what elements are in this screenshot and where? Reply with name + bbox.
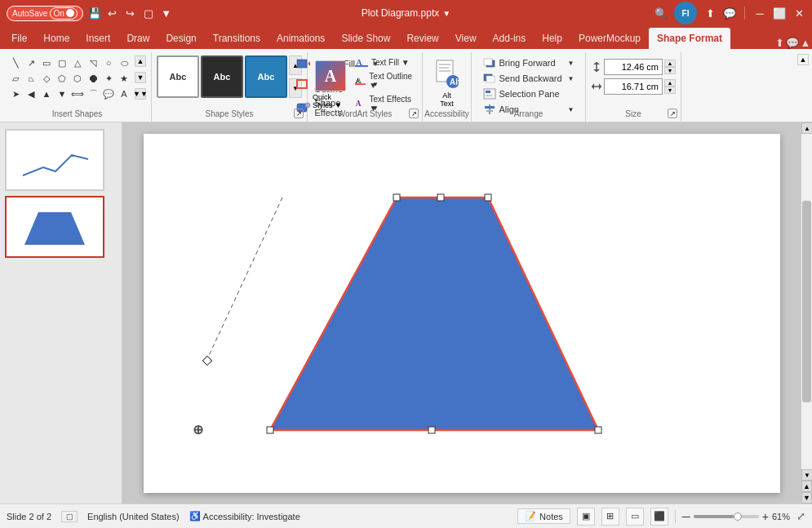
comments-icon[interactable]: 💬 [723,7,736,20]
text-fill-btn[interactable]: A Text Fill ▼ [352,55,417,69]
height-down[interactable]: ▼ [664,67,676,74]
scroll-nav-2[interactable]: ▼ [801,492,812,504]
style-swatch-3[interactable]: Abc [245,55,287,98]
shape-rtriangle[interactable]: ◹ [86,55,100,70]
shape-rect2[interactable]: ▢ [55,55,69,70]
tab-insert[interactable]: Insert [78,28,118,49]
autosave-toggle[interactable]: AutoSave On [7,6,83,21]
handle-bl[interactable] [267,427,273,433]
ribbon-collapse-btn[interactable]: ▲ [797,52,809,122]
ribbon-collapse[interactable]: ▲ [799,36,812,49]
save-icon[interactable]: 💾 [88,7,101,20]
shape-callout[interactable]: 💬 [101,87,116,101]
shape-text[interactable]: A [117,87,131,101]
style-swatch-1[interactable]: Abc [157,55,199,98]
zoom-in-btn[interactable]: + [762,510,769,523]
shape-arrow[interactable]: ↗ [24,55,38,70]
tab-help[interactable]: Help [534,28,570,49]
restore-icon[interactable]: ⬜ [773,7,786,20]
shape-larrow[interactable]: ◀ [24,87,38,101]
shape-star5[interactable]: ★ [117,71,131,86]
handle-mt[interactable] [437,194,444,201]
slide-info-btn[interactable]: ▢ [61,511,78,522]
scroll-thumb[interactable] [802,201,811,402]
scroll-dn-btn[interactable]: ▼ [801,469,812,481]
view-slides[interactable]: ⊞ [601,508,619,526]
tab-transitions[interactable]: Transitions [205,28,268,49]
share-btn[interactable]: ⬆ [773,36,786,49]
alt-text-btn[interactable]: Alt AltText [434,55,460,108]
minimize-icon[interactable]: ─ [753,7,766,20]
handle-tl[interactable] [393,194,400,201]
tab-powermockup[interactable]: PowerMockup [570,28,649,49]
selection-pane-btn[interactable]: Selection Pane [480,87,578,101]
slide-2-thumb[interactable] [5,196,104,258]
more-icon[interactable]: ▼ [160,7,173,20]
height-up[interactable]: ▲ [664,60,676,67]
tab-addins[interactable]: Add-ins [485,28,535,49]
tab-review[interactable]: Review [398,28,446,49]
shape-trap[interactable]: ⏢ [24,71,38,86]
shape-para[interactable]: ▱ [8,71,23,86]
shape-penta[interactable]: ⬠ [55,71,69,86]
zoom-thumb[interactable] [734,512,742,521]
scroll-nav-1[interactable]: ▲ [801,481,812,492]
tab-animations[interactable]: Animations [268,28,333,49]
style-swatch-2[interactable]: Abc [201,55,243,98]
canvas-area[interactable]: ⊕ [122,122,801,504]
fit-slide-btn[interactable]: ⤢ [796,510,805,522]
shape-oct[interactable]: ⯃ [86,71,100,86]
view-presenter[interactable]: ⬛ [650,508,668,526]
shape-ellipse[interactable]: ⬭ [117,55,131,70]
share-icon[interactable]: ⬆ [703,7,717,20]
shape-line[interactable]: ╲ [8,55,23,70]
slide-1-thumb[interactable] [5,129,104,191]
send-backward-btn[interactable]: Send Backward ▼ [480,71,578,86]
shape-circle[interactable]: ○ [101,55,116,70]
shape-rarrow[interactable]: ➤ [8,87,23,101]
shapes-scroll-down[interactable]: ▼ [135,72,146,83]
shape-rect[interactable]: ▭ [39,55,54,70]
shape-darrow[interactable]: ▼ [55,87,69,101]
shape-hex[interactable]: ⬡ [70,71,85,86]
shape-dblarrow[interactable]: ⟺ [70,87,85,101]
handle-reshape[interactable] [202,356,211,365]
avatar[interactable]: FI [674,2,697,24]
tab-view[interactable]: View [447,28,485,49]
undo-icon[interactable]: ↩ [106,7,119,20]
shapes-scroll-up[interactable]: ▲ [135,55,146,67]
tab-slideshow[interactable]: Slide Show [333,28,398,49]
shape-triangle[interactable]: △ [70,55,85,70]
shape-diamond[interactable]: ◇ [39,71,54,86]
height-input[interactable] [604,59,663,75]
handle-br[interactable] [595,427,601,433]
scroll-track[interactable] [801,134,812,469]
notes-btn[interactable]: 📝 Notes [517,508,570,524]
wordart-dialog[interactable]: ↗ [409,109,419,118]
text-outline-btn[interactable]: A Text Outline ▼ [352,70,417,91]
handle-tr[interactable] [485,194,491,201]
tab-design[interactable]: Design [158,28,204,49]
accessibility-btn[interactable]: ♿ Accessibility: Investigate [189,511,300,521]
width-input[interactable] [604,78,663,95]
width-down[interactable]: ▼ [664,87,676,94]
zoom-slider[interactable] [694,515,759,518]
shape-styles-dialog[interactable]: ↗ [294,109,304,118]
shape-uarrow[interactable]: ▲ [39,87,54,101]
present-icon[interactable]: ▢ [142,7,155,20]
tab-shapeformat[interactable]: Shape Format [649,28,730,49]
tab-file[interactable]: File [3,28,35,49]
size-dialog[interactable]: ↗ [668,109,677,118]
view-normal[interactable]: ▣ [577,508,595,526]
search-icon[interactable]: 🔍 [654,7,668,20]
filename-dropdown[interactable]: ▼ [442,9,450,18]
zoom-out-btn[interactable]: ─ [682,510,690,523]
handle-mb[interactable] [428,427,435,433]
view-reading[interactable]: ▭ [626,508,644,526]
quick-styles-btn[interactable]: A Quick Styles ▼ [313,60,348,109]
tab-home[interactable]: Home [35,28,78,49]
scroll-up-btn[interactable]: ▲ [801,122,812,134]
bring-forward-btn[interactable]: Bring Forward ▼ [480,55,578,70]
tab-draw[interactable]: Draw [118,28,158,49]
shape-star[interactable]: ✦ [101,71,116,86]
